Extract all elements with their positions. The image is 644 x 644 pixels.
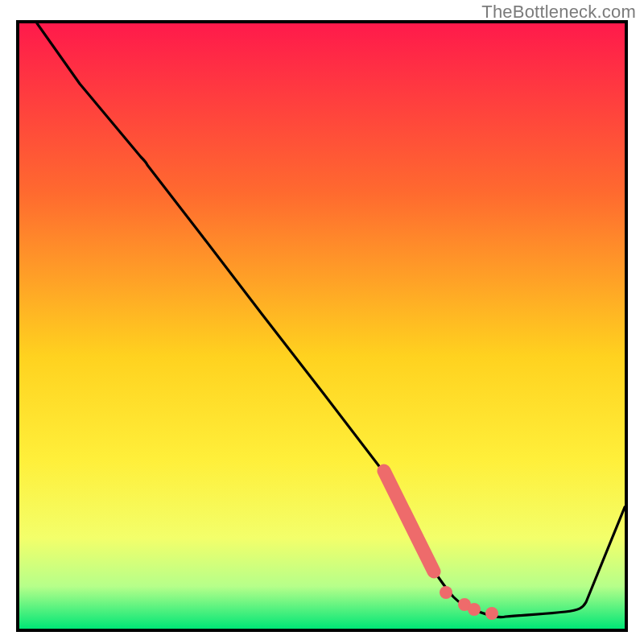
- highlight-dot: [468, 603, 481, 616]
- bottleneck-chart: [0, 0, 644, 644]
- highlight-dot: [440, 586, 452, 599]
- chart-container: TheBottleneck.com: [0, 0, 644, 644]
- plot-background: [19, 23, 625, 629]
- highlight-dot: [485, 607, 498, 620]
